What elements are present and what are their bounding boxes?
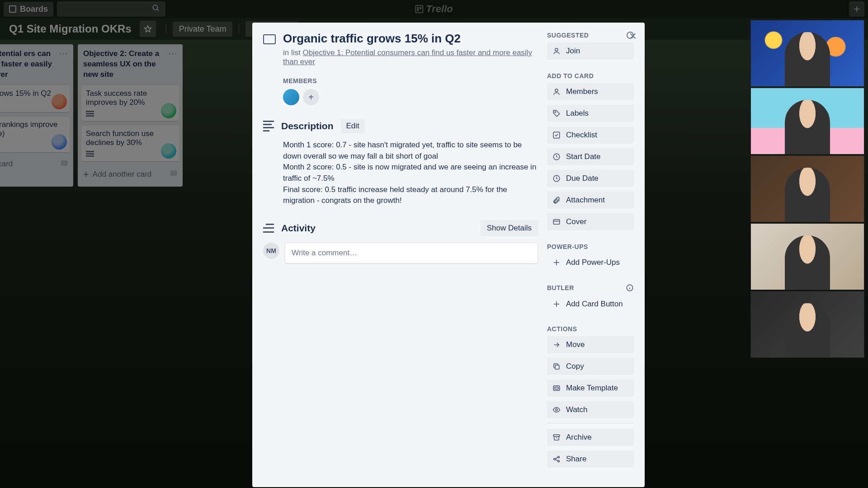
butler-label: BUTLER — [547, 284, 634, 292]
members-label: MEMBERS — [283, 77, 538, 84]
attachment-button[interactable]: Attachment — [547, 192, 634, 209]
info-icon[interactable] — [626, 284, 634, 292]
actions-label: ACTIONS — [547, 325, 634, 333]
tag-icon — [552, 109, 561, 117]
suggested-label: SUGGESTED — [547, 32, 634, 39]
archive-icon — [552, 433, 561, 441]
due-date-button[interactable]: Due Date — [547, 170, 634, 187]
template-icon — [552, 384, 561, 392]
add-to-card-label: ADD TO CARD — [547, 72, 634, 80]
add-member-button[interactable]: + — [303, 89, 319, 105]
move-button[interactable]: Move — [547, 336, 634, 353]
copy-button[interactable]: Copy — [547, 358, 634, 375]
checklist-button[interactable]: Checklist — [547, 127, 634, 144]
user-avatar[interactable]: NM — [263, 243, 279, 259]
video-call-panel — [750, 20, 864, 358]
copy-icon — [552, 362, 561, 371]
clock-icon — [552, 153, 561, 161]
svg-rect-8 — [553, 132, 560, 138]
video-tile[interactable] — [750, 155, 864, 222]
modal-main: Organic traffic grows 15% in Q2 in list … — [263, 32, 538, 478]
members-row: + — [283, 89, 538, 105]
svg-rect-13 — [555, 365, 559, 369]
member-avatar[interactable] — [283, 89, 299, 105]
svg-rect-11 — [553, 220, 560, 225]
share-icon — [552, 455, 561, 463]
checklist-icon — [552, 131, 561, 139]
cover-icon — [552, 218, 561, 226]
svg-point-6 — [555, 89, 558, 92]
modal-title[interactable]: Organic traffic grows 15% in Q2 — [283, 32, 461, 46]
in-list: in list Objective 1: Potential consumers… — [283, 48, 538, 66]
add-powerups-button[interactable]: Add Power-Ups — [547, 254, 634, 271]
comment-input[interactable]: Write a comment… — [285, 243, 538, 263]
join-button[interactable]: Join — [547, 42, 634, 60]
video-tile[interactable] — [750, 291, 864, 358]
video-tile[interactable] — [750, 223, 864, 290]
modal-sidebar: SUGGESTED Join ADD TO CARD Members Label… — [547, 32, 634, 478]
labels-button[interactable]: Labels — [547, 105, 634, 122]
card-icon — [263, 34, 276, 44]
make-template-button[interactable]: Make Template — [547, 380, 634, 397]
watch-button[interactable]: Watch — [547, 401, 634, 418]
activity-heading: Activity — [281, 223, 316, 234]
list-link[interactable]: Objective 1: Potential consumers can fin… — [283, 48, 532, 66]
show-details-button[interactable]: Show Details — [481, 220, 538, 236]
edit-button[interactable]: Edit — [341, 119, 365, 133]
description-icon — [263, 121, 274, 131]
activity-icon — [263, 224, 274, 233]
share-button[interactable]: Share — [547, 450, 634, 468]
plus-icon — [552, 258, 561, 267]
description-heading: Description — [281, 121, 334, 131]
svg-point-16 — [556, 409, 558, 411]
cover-button[interactable]: Cover — [547, 213, 634, 230]
eye-icon — [552, 406, 561, 414]
description-body[interactable]: Month 1 score: 0.7 - site hasn't migrate… — [283, 140, 538, 206]
video-tile[interactable] — [750, 88, 864, 155]
start-date-button[interactable]: Start Date — [547, 148, 634, 165]
svg-rect-17 — [553, 435, 560, 436]
gear-icon[interactable] — [627, 32, 634, 39]
clock-icon — [552, 174, 561, 183]
video-tile[interactable] — [750, 20, 864, 87]
archive-button[interactable]: Archive — [547, 429, 634, 446]
add-card-button-butler[interactable]: Add Card Button — [547, 296, 634, 313]
card-modal: × Organic traffic grows 15% in Q2 in lis… — [252, 23, 645, 487]
plus-icon — [552, 300, 561, 308]
members-button[interactable]: Members — [547, 83, 634, 100]
svg-point-5 — [555, 48, 558, 51]
svg-point-7 — [555, 112, 556, 113]
arrow-right-icon — [552, 341, 561, 349]
svg-rect-14 — [553, 386, 560, 391]
user-icon — [552, 47, 561, 55]
attachment-icon — [552, 196, 561, 204]
powerups-label: POWER-UPS — [547, 243, 634, 250]
svg-rect-15 — [555, 387, 558, 389]
user-icon — [552, 88, 561, 96]
